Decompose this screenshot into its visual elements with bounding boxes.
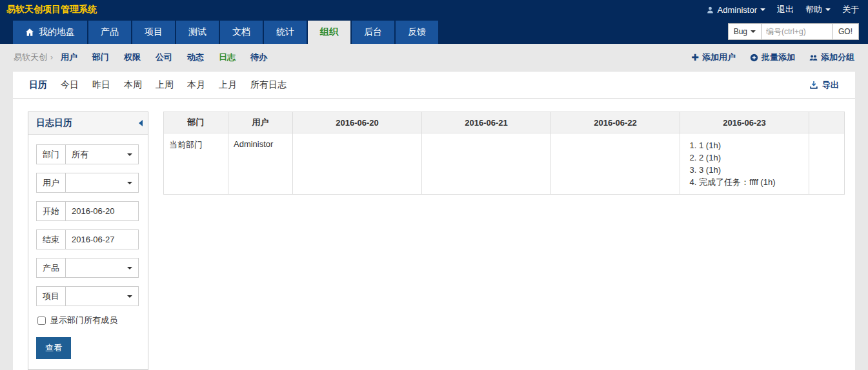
show-all-members-row: 显示部门所有成员 <box>37 315 140 326</box>
help-label: 帮助 <box>805 4 822 15</box>
range-links: 日历 今日 昨日 本周 上周 本月 上月 所有日志 <box>29 79 287 91</box>
menu-user[interactable]: 用户 <box>61 52 77 63</box>
col-user: 用户 <box>228 112 293 133</box>
range-this-month[interactable]: 本月 <box>187 79 205 91</box>
range-last-month[interactable]: 上月 <box>219 79 237 91</box>
user-filter-group: 用户 <box>36 173 140 193</box>
batch-add-button[interactable]: 批量添加 <box>750 52 795 63</box>
col-date-2016-06-23: 2016-06-23 <box>680 112 809 133</box>
log-item: 3 (1h) <box>699 164 803 176</box>
home-icon <box>25 28 34 37</box>
add-user-button[interactable]: ✚ 添加用户 <box>691 52 736 63</box>
search-input[interactable] <box>762 23 833 40</box>
product-filter-select[interactable] <box>66 258 139 278</box>
log-item: 完成了任务：ffff (1h) <box>699 176 803 188</box>
tab-feedback[interactable]: 反馈 <box>396 21 438 44</box>
tab-label: 统计 <box>276 26 294 38</box>
range-today[interactable]: 今日 <box>61 79 79 91</box>
tab-label: 产品 <box>101 26 119 38</box>
show-all-members-label: 显示部门所有成员 <box>50 315 117 326</box>
col-date-2016-06-22: 2016-06-22 <box>551 112 680 133</box>
range-this-week[interactable]: 本周 <box>124 79 142 91</box>
add-group-button[interactable]: 添加分组 <box>809 52 854 63</box>
menu-todo[interactable]: 待办 <box>250 52 267 63</box>
menu-company[interactable]: 公司 <box>156 52 172 63</box>
tab-label: 文档 <box>232 26 250 38</box>
show-all-members-checkbox[interactable] <box>37 316 46 325</box>
menu-privilege[interactable]: 权限 <box>124 52 141 63</box>
cell-extra <box>809 133 845 195</box>
menu-department[interactable]: 部门 <box>92 52 109 63</box>
table-header-row: 部门 用户 2016-06-20 2016-06-21 2016-06-22 2… <box>164 112 845 133</box>
export-label: 导出 <box>822 79 839 91</box>
view-button[interactable]: 查看 <box>36 337 71 359</box>
user-filter-label: 用户 <box>36 173 66 193</box>
search-go-button[interactable]: GO! <box>833 23 859 40</box>
log-calendar-sidebar: 日志日历 部门 所有 用户 开始 结束 产品 <box>28 112 148 370</box>
calendar-toolbar: 日历 今日 昨日 本周 上周 本月 上月 所有日志 导出 <box>13 72 855 99</box>
tab-admin[interactable]: 后台 <box>352 21 394 44</box>
start-date-label: 开始 <box>36 201 66 221</box>
user-filter-select[interactable] <box>66 173 139 193</box>
range-calendar[interactable]: 日历 <box>29 79 47 91</box>
filter-form: 部门 所有 用户 开始 结束 产品 项目 <box>28 135 148 369</box>
log-list: 1 (1h) 2 (1h) 3 (1h) 完成了任务：ffff (1h) <box>685 139 803 188</box>
help-menu[interactable]: 帮助 <box>805 4 831 15</box>
chevron-down-icon <box>760 8 765 11</box>
download-icon <box>809 81 818 90</box>
department-filter-select[interactable]: 所有 <box>66 144 139 164</box>
export-button[interactable]: 导出 <box>809 79 839 91</box>
end-date-group: 结束 <box>36 229 140 249</box>
logout-link[interactable]: 退出 <box>777 4 794 15</box>
add-group-label: 添加分组 <box>821 52 854 63</box>
tab-organization[interactable]: 组织 <box>308 21 350 44</box>
tab-test[interactable]: 测试 <box>176 21 219 44</box>
table-row: 当前部门 Administor 1 (1h) 2 (1h) 3 (1h) 完成了… <box>164 133 845 195</box>
product-filter-group: 产品 <box>36 258 140 278</box>
col-department: 部门 <box>164 112 228 133</box>
about-link[interactable]: 关于 <box>842 4 859 15</box>
cell-log-2016-06-20 <box>293 133 422 195</box>
tab-project[interactable]: 项目 <box>132 21 175 44</box>
tab-doc[interactable]: 文档 <box>220 21 263 44</box>
range-all-logs[interactable]: 所有日志 <box>250 79 287 91</box>
collapse-left-icon[interactable] <box>139 120 143 126</box>
nav-tabs: 我的地盘 产品 项目 测试 文档 统计 组织 后台 反馈 <box>13 21 439 44</box>
department-filter-label: 部门 <box>36 144 66 164</box>
menu-dynamic[interactable]: 动态 <box>187 52 204 63</box>
tab-product[interactable]: 产品 <box>88 21 131 44</box>
search-module-select[interactable]: Bug <box>728 23 762 40</box>
col-date-2016-06-20: 2016-06-20 <box>293 112 422 133</box>
tab-stats[interactable]: 统计 <box>264 21 307 44</box>
sidebar-title: 日志日历 <box>36 117 72 129</box>
menu-log[interactable]: 日志 <box>219 52 236 63</box>
batch-add-label: 批量添加 <box>762 52 795 63</box>
department-filter-group: 部门 所有 <box>36 144 140 164</box>
top-bar-right: Administor 退出 帮助 关于 <box>706 4 859 15</box>
start-date-input[interactable] <box>66 201 139 221</box>
cell-log-2016-06-21 <box>422 133 551 195</box>
col-extra <box>809 112 845 133</box>
global-search: Bug GO! <box>728 23 859 40</box>
breadcrumb-separator: › <box>50 53 53 62</box>
product-filter-label: 产品 <box>36 258 66 278</box>
cell-department: 当前部门 <box>164 133 228 195</box>
tab-my-dashboard[interactable]: 我的地盘 <box>13 21 87 44</box>
project-filter-group: 项目 <box>36 286 140 306</box>
cell-log-2016-06-22 <box>551 133 680 195</box>
tab-label: 测试 <box>188 26 207 38</box>
chevron-down-icon <box>825 8 831 11</box>
add-user-label: 添加用户 <box>702 52 736 63</box>
user-name: Administor <box>718 5 757 15</box>
range-last-week[interactable]: 上周 <box>156 79 174 91</box>
breadcrumb: 易软天创 › 用户 部门 权限 公司 动态 日志 待办 <box>14 52 282 63</box>
tab-label: 项目 <box>145 26 163 38</box>
range-yesterday[interactable]: 昨日 <box>92 79 110 91</box>
project-filter-select[interactable] <box>66 286 139 306</box>
users-icon <box>809 54 818 62</box>
search-module-label: Bug <box>734 27 747 36</box>
sidebar-header: 日志日历 <box>28 112 148 135</box>
user-menu[interactable]: Administor <box>706 5 765 15</box>
cell-user: Administor <box>228 133 293 195</box>
end-date-input[interactable] <box>66 229 139 249</box>
